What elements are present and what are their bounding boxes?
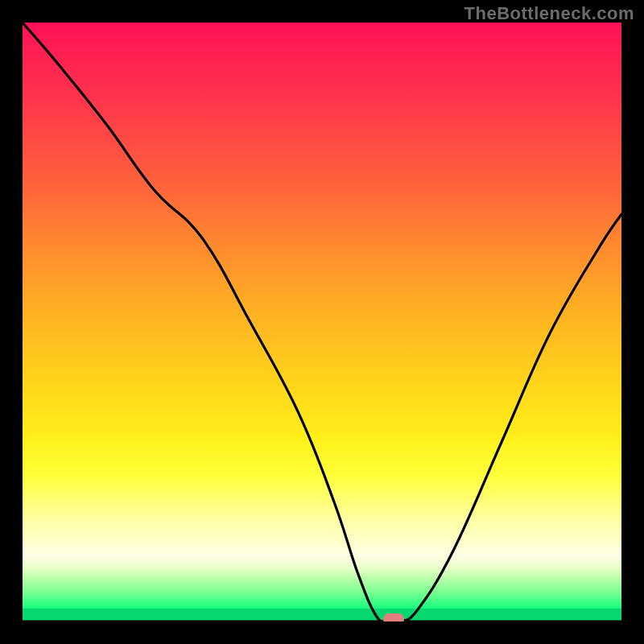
curve-svg	[23, 23, 621, 621]
bottleneck-curve	[23, 23, 621, 621]
optimal-marker	[383, 613, 404, 621]
chart-frame: TheBottleneck.com	[0, 0, 644, 644]
watermark-text: TheBottleneck.com	[464, 3, 634, 24]
plot-area	[23, 23, 621, 621]
